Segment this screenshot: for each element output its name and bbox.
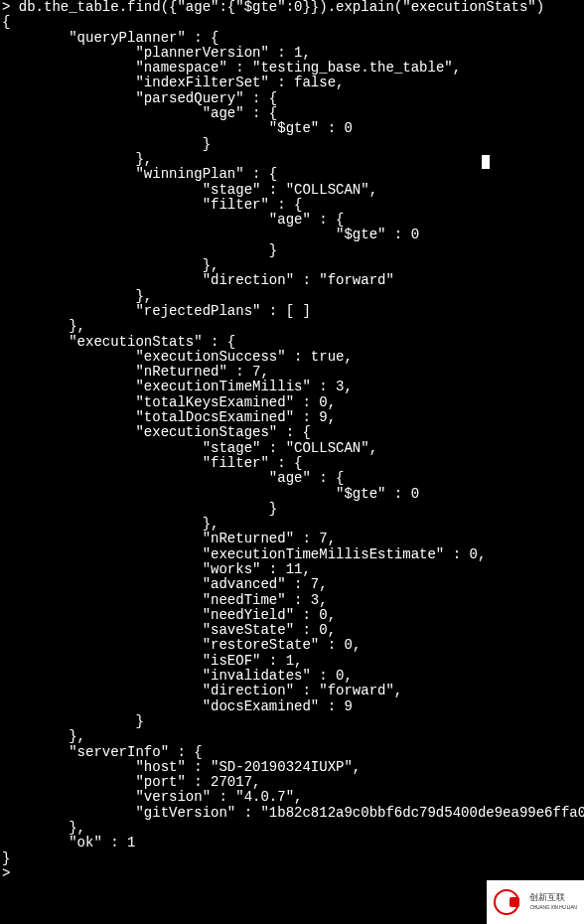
exec-success: true (311, 349, 345, 365)
winning-filter-gte: 0 (411, 227, 419, 242)
es-time-est: 0 (469, 546, 477, 562)
watermark-line1: 创新互联 (529, 892, 576, 902)
winning-direction: forward (328, 272, 386, 288)
es-nreturned: 7 (319, 531, 327, 546)
cursor-icon (482, 155, 490, 169)
prompt-char: > (2, 0, 10, 15)
total-docs: 9 (319, 409, 327, 425)
command-line: db.the_table.find({"age":{"$gte":0}}).ex… (19, 0, 544, 15)
es-advanced: 7 (311, 576, 319, 592)
parsed-gte: 0 (344, 120, 352, 136)
namespace: testing_base.the_table (260, 60, 444, 76)
ok-val: 1 (127, 835, 135, 850)
server-gitversion: 1b82c812a9c0bbf6dc79d5400de9ea99e6ffa025 (269, 805, 584, 821)
es-works: 11 (286, 561, 303, 577)
es-needyield: 0 (319, 607, 327, 623)
n-returned: 7 (252, 364, 260, 380)
exec-stage: COLLSCAN (294, 440, 361, 456)
watermark-badge: 创新互联 CHUANG XIN HU LIAN (487, 880, 584, 924)
es-invalidates: 0 (336, 668, 344, 684)
server-host: SD-20190324IUXP (219, 759, 344, 775)
es-restorestate: 0 (344, 637, 352, 653)
watermark-line2: CHUANG XIN HU LIAN (529, 902, 576, 912)
terminal-output[interactable]: > db.the_table.find({"age":{"$gte":0}}).… (0, 0, 584, 881)
exec-filter-gte: 0 (411, 486, 419, 502)
prompt-char-2: > (2, 865, 10, 881)
server-version: 4.0.7 (244, 789, 286, 805)
es-docsexamined: 9 (344, 698, 352, 714)
es-direction: forward (328, 683, 386, 698)
server-port: 27017 (211, 774, 252, 790)
watermark-logo: 创新互联 CHUANG XIN HU LIAN (494, 889, 576, 915)
winning-stage: COLLSCAN (294, 182, 361, 198)
es-needtime: 3 (311, 592, 319, 608)
watermark-logo-icon (494, 889, 519, 915)
es-savestate: 0 (319, 622, 327, 638)
total-keys: 0 (319, 394, 327, 410)
es-iseof: 1 (286, 653, 294, 669)
exec-time-ms: 3 (336, 379, 344, 394)
planner-version: 1 (294, 45, 302, 61)
index-filter-set: false (294, 75, 336, 90)
